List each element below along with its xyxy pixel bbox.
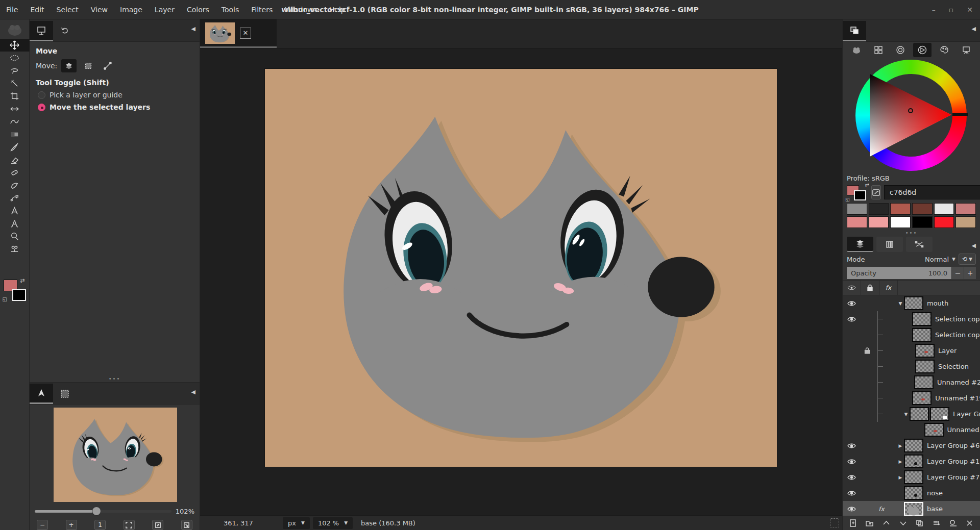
new-group-button[interactable] [863, 517, 876, 529]
history-swatch[interactable] [890, 216, 911, 228]
tool-paths[interactable] [0, 192, 30, 205]
history-swatch[interactable] [955, 203, 976, 215]
unit-dropdown[interactable]: px▼ [283, 517, 310, 529]
layer-row-unnamed-19[interactable]: Unnamed #19 [843, 390, 980, 406]
tool-measure[interactable] [0, 217, 30, 230]
fg-bg-swatches[interactable]: ⇄ ◱ [847, 184, 868, 200]
history-swatch[interactable] [869, 216, 889, 228]
layer-row-unnamed-2[interactable]: Unnamed #2 [843, 374, 980, 390]
menu-colors[interactable]: Colors [181, 1, 215, 18]
menu-filters[interactable]: Filters [245, 1, 279, 18]
history-swatch[interactable] [912, 203, 933, 215]
expander-open-icon[interactable]: ▼ [902, 412, 910, 417]
menu-help[interactable]: Help [323, 1, 352, 18]
layer-thumbnail[interactable] [924, 423, 944, 437]
layer-row-base[interactable]: fx base [843, 501, 980, 516]
history-swatch[interactable] [934, 216, 954, 228]
raise-layer-button[interactable] [880, 517, 893, 529]
layer-row-layer[interactable]: Layer [843, 343, 980, 359]
visibility-eye-icon[interactable] [843, 506, 860, 512]
fit-image-button[interactable] [124, 520, 135, 530]
saturation-triangle[interactable] [870, 74, 954, 157]
layer-row-layer-group-1[interactable]: ▶ Layer Group #1 [843, 453, 980, 469]
foreground-background-swatches[interactable]: ⇄ ◱ [4, 279, 26, 301]
canvas-image[interactable] [265, 69, 777, 467]
layer-thumbnail[interactable] [904, 502, 923, 516]
history-swatch[interactable] [847, 216, 867, 228]
menu-layer[interactable]: Layer [149, 1, 181, 18]
layer-thumbnail[interactable] [904, 455, 923, 468]
tab-fg-bg-color[interactable] [843, 21, 866, 41]
menu-tools[interactable]: Tools [215, 1, 246, 18]
tool-move[interactable] [0, 39, 30, 52]
shrink-wrap-button[interactable] [181, 520, 192, 530]
wheel-selector-icon[interactable] [913, 43, 932, 57]
dock-resize-handle[interactable]: ••• [30, 376, 200, 382]
collapse-layers-dock-icon[interactable]: ◀ [972, 242, 976, 249]
zoom-100-button[interactable]: 1 [94, 520, 106, 530]
expander-closed-icon[interactable]: ▶ [897, 459, 904, 464]
tool-eraser[interactable] [0, 154, 30, 166]
maximize-button[interactable]: ▫ [949, 6, 954, 14]
canvas-viewport[interactable] [200, 48, 842, 515]
tab-paths[interactable] [906, 237, 933, 252]
tool-fuzzy-select[interactable] [0, 77, 30, 90]
dock-resize-handle[interactable]: ••• [843, 230, 980, 236]
gimp-selector-icon[interactable] [847, 43, 866, 57]
tool-gradient[interactable] [0, 128, 30, 141]
history-swatch[interactable] [890, 203, 911, 215]
expander-open-icon[interactable]: ▼ [897, 301, 904, 306]
zoom-in-button[interactable]: + [66, 520, 77, 530]
layer-thumbnail[interactable] [910, 407, 929, 421]
mode-value[interactable]: Normal [925, 256, 949, 263]
watercolor-selector-icon[interactable] [891, 43, 910, 57]
nav-zoom-slider-handle[interactable] [92, 507, 101, 516]
tab-channels[interactable] [876, 237, 903, 252]
zoom-dropdown[interactable]: 102 %▼ [313, 517, 353, 529]
tool-warp[interactable] [0, 115, 30, 128]
swap-colors-icon[interactable]: ⇄ [865, 182, 869, 188]
background-color[interactable] [12, 289, 26, 301]
menu-select[interactable]: Select [51, 1, 85, 18]
menu-image[interactable]: Image [114, 1, 149, 18]
minimize-button[interactable]: – [932, 6, 936, 14]
layer-row-layer-group-7[interactable]: ▶ Layer Group #7 [843, 469, 980, 485]
menu-file[interactable]: File [0, 1, 24, 18]
fill-window-button[interactable] [152, 520, 163, 530]
chevron-down-icon[interactable]: ▼ [952, 257, 955, 262]
tool-zoom[interactable] [0, 230, 30, 243]
nav-zoom-slider[interactable] [35, 507, 172, 516]
layer-row-nose[interactable]: nose [843, 485, 980, 501]
lower-layer-button[interactable] [896, 517, 910, 529]
expander-closed-icon[interactable]: ▶ [897, 475, 904, 480]
expander-closed-icon[interactable]: ▶ [897, 443, 904, 448]
tool-clone[interactable] [0, 166, 30, 179]
default-colors-icon[interactable]: ◱ [3, 296, 7, 302]
hex-color-input[interactable] [884, 185, 980, 199]
layer-thumbnail[interactable] [912, 391, 932, 405]
history-swatch[interactable] [934, 203, 954, 215]
layer-thumbnail[interactable] [904, 486, 923, 500]
radio-pick-layer[interactable] [38, 91, 45, 99]
visibility-eye-icon[interactable] [843, 490, 860, 496]
radio-move-selected[interactable] [38, 104, 45, 111]
layer-row-mouth[interactable]: ▼ mouth [843, 295, 980, 311]
background-swatch[interactable] [854, 190, 866, 200]
layer-thumbnail[interactable] [912, 312, 932, 326]
tool-smudge[interactable] [0, 179, 30, 192]
easel-selector-icon[interactable] [957, 43, 975, 57]
tool-crop[interactable] [0, 90, 30, 103]
layer-row-layer-group[interactable]: ▼ Layer Gr [843, 406, 980, 422]
palette-selector-icon[interactable] [935, 43, 953, 57]
layer-row-unnamed[interactable]: Unnamed # [843, 422, 980, 438]
color-picker-button[interactable] [871, 185, 881, 199]
nav-preview-toggle-icon[interactable] [830, 518, 839, 527]
tool-free-select[interactable] [0, 64, 30, 77]
tool-paintbrush[interactable] [0, 141, 30, 154]
visibility-eye-icon[interactable] [843, 443, 860, 449]
new-layer-button[interactable] [846, 517, 860, 529]
swap-colors-icon[interactable]: ⇄ [20, 277, 24, 284]
default-colors-icon[interactable]: ◱ [845, 197, 850, 202]
tool-transform[interactable] [0, 103, 30, 115]
visibility-eye-icon[interactable] [843, 459, 860, 465]
